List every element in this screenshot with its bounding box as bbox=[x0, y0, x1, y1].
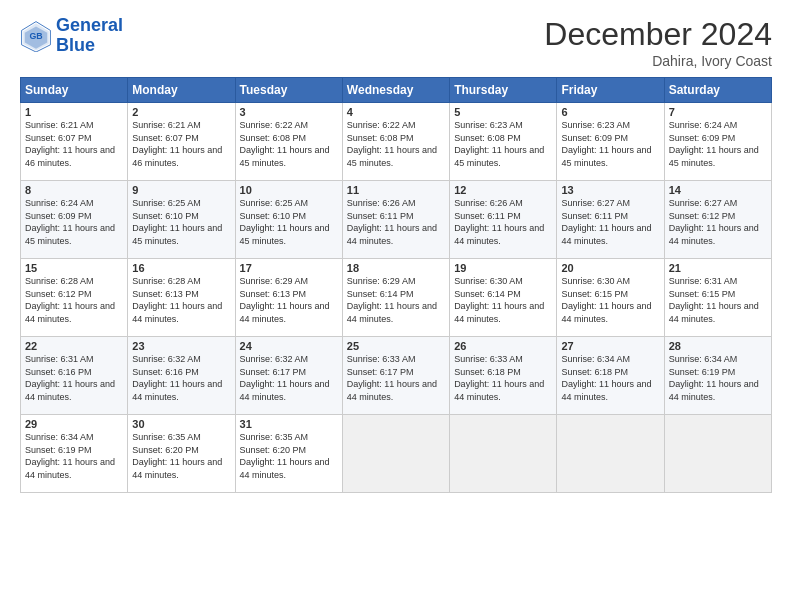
day-info: Sunrise: 6:30 AM Sunset: 6:14 PM Dayligh… bbox=[454, 275, 552, 325]
sunset-label: Sunset: 6:15 PM bbox=[669, 289, 736, 299]
calendar-cell: 23 Sunrise: 6:32 AM Sunset: 6:16 PM Dayl… bbox=[128, 337, 235, 415]
sunrise-label: Sunrise: 6:33 AM bbox=[347, 354, 416, 364]
day-number: 22 bbox=[25, 340, 123, 352]
calendar-cell: 19 Sunrise: 6:30 AM Sunset: 6:14 PM Dayl… bbox=[450, 259, 557, 337]
sunrise-label: Sunrise: 6:28 AM bbox=[25, 276, 94, 286]
calendar-cell: 21 Sunrise: 6:31 AM Sunset: 6:15 PM Dayl… bbox=[664, 259, 771, 337]
sunrise-label: Sunrise: 6:30 AM bbox=[561, 276, 630, 286]
day-info: Sunrise: 6:27 AM Sunset: 6:12 PM Dayligh… bbox=[669, 197, 767, 247]
day-info: Sunrise: 6:35 AM Sunset: 6:20 PM Dayligh… bbox=[132, 431, 230, 481]
sunset-label: Sunset: 6:09 PM bbox=[25, 211, 92, 221]
col-sunday: Sunday bbox=[21, 78, 128, 103]
calendar-cell: 1 Sunrise: 6:21 AM Sunset: 6:07 PM Dayli… bbox=[21, 103, 128, 181]
sunset-label: Sunset: 6:11 PM bbox=[347, 211, 414, 221]
sunset-label: Sunset: 6:07 PM bbox=[132, 133, 199, 143]
sunrise-label: Sunrise: 6:31 AM bbox=[669, 276, 738, 286]
calendar-week-3: 15 Sunrise: 6:28 AM Sunset: 6:12 PM Dayl… bbox=[21, 259, 772, 337]
logo: GB General Blue bbox=[20, 16, 123, 56]
sunrise-label: Sunrise: 6:22 AM bbox=[240, 120, 309, 130]
day-number: 18 bbox=[347, 262, 445, 274]
daylight-label: Daylight: 11 hours and 45 minutes. bbox=[240, 145, 330, 168]
sunset-label: Sunset: 6:18 PM bbox=[454, 367, 521, 377]
daylight-label: Daylight: 11 hours and 44 minutes. bbox=[669, 379, 759, 402]
daylight-label: Daylight: 11 hours and 44 minutes. bbox=[669, 223, 759, 246]
daylight-label: Daylight: 11 hours and 44 minutes. bbox=[454, 301, 544, 324]
calendar-week-5: 29 Sunrise: 6:34 AM Sunset: 6:19 PM Dayl… bbox=[21, 415, 772, 493]
daylight-label: Daylight: 11 hours and 46 minutes. bbox=[25, 145, 115, 168]
daylight-label: Daylight: 11 hours and 45 minutes. bbox=[454, 145, 544, 168]
logo-blue: Blue bbox=[56, 35, 95, 55]
day-info: Sunrise: 6:25 AM Sunset: 6:10 PM Dayligh… bbox=[240, 197, 338, 247]
calendar-cell: 29 Sunrise: 6:34 AM Sunset: 6:19 PM Dayl… bbox=[21, 415, 128, 493]
day-info: Sunrise: 6:32 AM Sunset: 6:16 PM Dayligh… bbox=[132, 353, 230, 403]
calendar-cell: 24 Sunrise: 6:32 AM Sunset: 6:17 PM Dayl… bbox=[235, 337, 342, 415]
calendar-cell: 27 Sunrise: 6:34 AM Sunset: 6:18 PM Dayl… bbox=[557, 337, 664, 415]
day-number: 12 bbox=[454, 184, 552, 196]
calendar-cell: 31 Sunrise: 6:35 AM Sunset: 6:20 PM Dayl… bbox=[235, 415, 342, 493]
day-number: 6 bbox=[561, 106, 659, 118]
day-info: Sunrise: 6:32 AM Sunset: 6:17 PM Dayligh… bbox=[240, 353, 338, 403]
sunset-label: Sunset: 6:08 PM bbox=[347, 133, 414, 143]
sunrise-label: Sunrise: 6:32 AM bbox=[132, 354, 201, 364]
sunrise-label: Sunrise: 6:27 AM bbox=[669, 198, 738, 208]
day-number: 3 bbox=[240, 106, 338, 118]
daylight-label: Daylight: 11 hours and 44 minutes. bbox=[240, 301, 330, 324]
calendar-cell: 9 Sunrise: 6:25 AM Sunset: 6:10 PM Dayli… bbox=[128, 181, 235, 259]
day-info: Sunrise: 6:23 AM Sunset: 6:08 PM Dayligh… bbox=[454, 119, 552, 169]
calendar-week-2: 8 Sunrise: 6:24 AM Sunset: 6:09 PM Dayli… bbox=[21, 181, 772, 259]
sunset-label: Sunset: 6:12 PM bbox=[25, 289, 92, 299]
day-number: 15 bbox=[25, 262, 123, 274]
sunrise-label: Sunrise: 6:25 AM bbox=[240, 198, 309, 208]
page: GB General Blue December 2024 Dahira, Iv… bbox=[0, 0, 792, 612]
sunset-label: Sunset: 6:09 PM bbox=[669, 133, 736, 143]
sunset-label: Sunset: 6:16 PM bbox=[25, 367, 92, 377]
day-number: 4 bbox=[347, 106, 445, 118]
calendar-cell bbox=[664, 415, 771, 493]
day-info: Sunrise: 6:34 AM Sunset: 6:19 PM Dayligh… bbox=[669, 353, 767, 403]
col-thursday: Thursday bbox=[450, 78, 557, 103]
day-number: 2 bbox=[132, 106, 230, 118]
sunrise-label: Sunrise: 6:35 AM bbox=[132, 432, 201, 442]
day-info: Sunrise: 6:25 AM Sunset: 6:10 PM Dayligh… bbox=[132, 197, 230, 247]
sunset-label: Sunset: 6:18 PM bbox=[561, 367, 628, 377]
day-number: 28 bbox=[669, 340, 767, 352]
logo-text: General Blue bbox=[56, 16, 123, 56]
sunrise-label: Sunrise: 6:22 AM bbox=[347, 120, 416, 130]
sunset-label: Sunset: 6:12 PM bbox=[669, 211, 736, 221]
calendar-cell: 17 Sunrise: 6:29 AM Sunset: 6:13 PM Dayl… bbox=[235, 259, 342, 337]
sunrise-label: Sunrise: 6:21 AM bbox=[132, 120, 201, 130]
day-info: Sunrise: 6:21 AM Sunset: 6:07 PM Dayligh… bbox=[132, 119, 230, 169]
sunset-label: Sunset: 6:10 PM bbox=[132, 211, 199, 221]
calendar-cell: 10 Sunrise: 6:25 AM Sunset: 6:10 PM Dayl… bbox=[235, 181, 342, 259]
sunset-label: Sunset: 6:14 PM bbox=[347, 289, 414, 299]
sunrise-label: Sunrise: 6:30 AM bbox=[454, 276, 523, 286]
calendar-cell: 7 Sunrise: 6:24 AM Sunset: 6:09 PM Dayli… bbox=[664, 103, 771, 181]
sunset-label: Sunset: 6:20 PM bbox=[132, 445, 199, 455]
day-info: Sunrise: 6:31 AM Sunset: 6:15 PM Dayligh… bbox=[669, 275, 767, 325]
day-info: Sunrise: 6:31 AM Sunset: 6:16 PM Dayligh… bbox=[25, 353, 123, 403]
sunset-label: Sunset: 6:19 PM bbox=[25, 445, 92, 455]
sunrise-label: Sunrise: 6:29 AM bbox=[347, 276, 416, 286]
sunrise-label: Sunrise: 6:24 AM bbox=[25, 198, 94, 208]
day-number: 14 bbox=[669, 184, 767, 196]
sunrise-label: Sunrise: 6:34 AM bbox=[669, 354, 738, 364]
day-info: Sunrise: 6:21 AM Sunset: 6:07 PM Dayligh… bbox=[25, 119, 123, 169]
daylight-label: Daylight: 11 hours and 44 minutes. bbox=[454, 223, 544, 246]
day-info: Sunrise: 6:22 AM Sunset: 6:08 PM Dayligh… bbox=[347, 119, 445, 169]
calendar: Sunday Monday Tuesday Wednesday Thursday… bbox=[20, 77, 772, 493]
day-number: 27 bbox=[561, 340, 659, 352]
daylight-label: Daylight: 11 hours and 44 minutes. bbox=[240, 379, 330, 402]
day-info: Sunrise: 6:30 AM Sunset: 6:15 PM Dayligh… bbox=[561, 275, 659, 325]
header: GB General Blue December 2024 Dahira, Iv… bbox=[20, 16, 772, 69]
daylight-label: Daylight: 11 hours and 45 minutes. bbox=[347, 145, 437, 168]
day-number: 29 bbox=[25, 418, 123, 430]
calendar-cell: 3 Sunrise: 6:22 AM Sunset: 6:08 PM Dayli… bbox=[235, 103, 342, 181]
sunset-label: Sunset: 6:11 PM bbox=[454, 211, 521, 221]
calendar-cell: 18 Sunrise: 6:29 AM Sunset: 6:14 PM Dayl… bbox=[342, 259, 449, 337]
sunrise-label: Sunrise: 6:21 AM bbox=[25, 120, 94, 130]
calendar-cell: 11 Sunrise: 6:26 AM Sunset: 6:11 PM Dayl… bbox=[342, 181, 449, 259]
daylight-label: Daylight: 11 hours and 45 minutes. bbox=[25, 223, 115, 246]
day-info: Sunrise: 6:29 AM Sunset: 6:14 PM Dayligh… bbox=[347, 275, 445, 325]
calendar-cell: 6 Sunrise: 6:23 AM Sunset: 6:09 PM Dayli… bbox=[557, 103, 664, 181]
sunrise-label: Sunrise: 6:32 AM bbox=[240, 354, 309, 364]
